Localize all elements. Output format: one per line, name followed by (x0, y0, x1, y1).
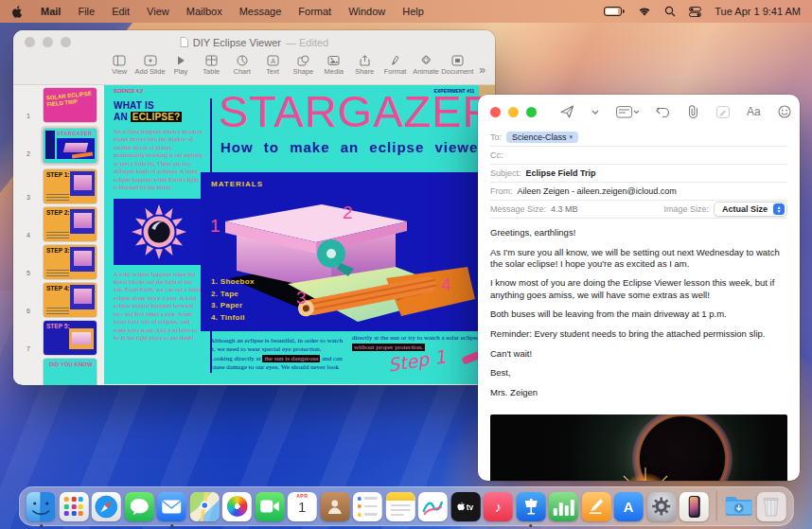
format-brush-icon (390, 55, 400, 66)
cc-field[interactable]: Cc: (490, 147, 787, 165)
dock-notes[interactable] (385, 492, 415, 521)
dock-launchpad[interactable] (59, 492, 88, 521)
undo-button[interactable] (647, 106, 679, 117)
slide-8-thumb[interactable]: DID YOU KNOW (44, 359, 97, 385)
send-button[interactable] (552, 105, 583, 118)
slide-thumbnail-4[interactable]: 4 STEP 2: (13, 207, 104, 241)
share-button[interactable]: Share (349, 55, 380, 76)
slide-1-thumb[interactable]: SOLAR ECLIPSE FIELD TRIP (44, 88, 97, 122)
header-fields-button[interactable] (608, 106, 647, 118)
minimize-button[interactable] (508, 107, 519, 117)
media-button[interactable]: Media (319, 55, 349, 76)
dock-freeform[interactable] (418, 492, 448, 521)
markup-icon (716, 106, 730, 118)
battery-icon[interactable] (604, 7, 625, 16)
keynote-icon (516, 492, 545, 521)
format-button[interactable]: Format (380, 55, 410, 76)
slide-thumbnail-2-selected[interactable]: 2 STARGAZER (13, 126, 104, 166)
search-icon[interactable] (664, 6, 676, 17)
document-button[interactable]: Document (441, 55, 473, 76)
dock-photos[interactable] (222, 492, 252, 521)
slide-thumbnail-6[interactable]: 6 STEP 4: (13, 283, 104, 317)
format-button[interactable]: Aa (738, 105, 769, 118)
add-slide-button[interactable]: Add Slide (134, 55, 165, 76)
dock-apple-tv[interactable]: tv (450, 492, 480, 521)
text-button[interactable]: A Text (257, 55, 288, 76)
dock-contacts[interactable] (320, 492, 349, 521)
view-button[interactable]: View (104, 55, 134, 76)
menu-mailbox[interactable]: Mailbox (178, 6, 231, 17)
slide-thumbnail-7[interactable]: 7 STEP 5: (13, 321, 104, 355)
apple-menu[interactable] (11, 5, 32, 19)
dock-trash[interactable] (756, 492, 786, 521)
shape-button[interactable]: Shape (288, 55, 318, 76)
slide-6-thumb[interactable]: STEP 4: (44, 283, 97, 317)
dock-system-settings[interactable] (646, 492, 676, 521)
play-button[interactable]: Play (166, 55, 196, 76)
dock-facetime[interactable] (255, 492, 284, 521)
dock-app-store[interactable]: A (614, 492, 644, 521)
chart-button[interactable]: Chart (227, 55, 257, 76)
dock-safari[interactable] (92, 492, 121, 521)
control-center-icon[interactable] (689, 7, 701, 17)
dropdown-stepper-icon: ▲▼ (773, 203, 785, 215)
dock-messages[interactable] (124, 492, 153, 521)
slide-thumbnail-8[interactable]: DID YOU KNOW (13, 359, 104, 385)
menu-window[interactable]: Window (340, 6, 394, 17)
send-options-button[interactable] (583, 110, 608, 115)
message-body[interactable]: Greetings, earthlings!As I'm sure you al… (478, 219, 800, 413)
eclipse-photo-attachment[interactable] (490, 414, 787, 481)
freeform-icon (418, 492, 448, 521)
photos-icon (222, 492, 252, 521)
from-field[interactable]: From: Aileen Zeigen - aileen.zeigen@iclo… (490, 183, 787, 201)
menu-mail[interactable]: Mail (32, 6, 69, 17)
pages-icon (581, 492, 610, 521)
dock-pages[interactable] (581, 492, 610, 521)
body-paragraph: I know most of you are doing the Eclipse… (490, 277, 787, 300)
menu-edit[interactable]: Edit (103, 6, 138, 17)
running-indicator (529, 524, 532, 527)
send-icon (560, 105, 574, 118)
dock-separator (715, 491, 716, 521)
image-size-dropdown[interactable]: Actual Size ▲▼ (714, 202, 787, 217)
dock-numbers[interactable] (549, 492, 578, 521)
attach-icon (687, 105, 699, 118)
dock-music[interactable]: ♪ (484, 492, 513, 521)
menu-file[interactable]: File (69, 6, 103, 17)
dock-keynote[interactable] (516, 492, 545, 521)
slide-thumbnail-1[interactable]: 1 SOLAR ECLIPSE FIELD TRIP (13, 88, 104, 122)
dock-maps[interactable] (189, 492, 219, 521)
dock-mail[interactable] (157, 492, 186, 521)
markup-button[interactable] (708, 106, 738, 118)
to-field[interactable]: To: Science-Class ▾ (490, 129, 787, 147)
attach-button[interactable] (679, 105, 708, 118)
dock-finder[interactable] (26, 492, 56, 521)
table-button[interactable]: Table (196, 55, 226, 76)
slide-3-thumb[interactable]: STEP 1: (44, 169, 97, 203)
slide-thumbnail-3[interactable]: 3 STEP 1: (13, 169, 104, 203)
slide-7-thumb[interactable]: STEP 5: (44, 321, 97, 355)
toolbar-overflow-button[interactable]: » (473, 63, 485, 77)
dock-downloads[interactable] (724, 492, 753, 521)
close-button[interactable] (490, 107, 501, 117)
dock-iphone-mirroring[interactable] (680, 492, 709, 521)
animate-button[interactable]: Animate (411, 55, 441, 76)
slide-5-thumb[interactable]: STEP 3: (44, 245, 97, 279)
slide-thumbnail-5[interactable]: 5 STEP 3: (13, 245, 104, 279)
to-recipient-token[interactable]: Science-Class ▾ (506, 132, 578, 143)
menu-format[interactable]: Format (290, 6, 340, 17)
emoji-button[interactable] (769, 105, 800, 118)
subject-field[interactable]: Subject: Eclipse Field Trip (490, 165, 787, 183)
menu-help[interactable]: Help (394, 6, 432, 17)
wifi-icon[interactable] (638, 7, 651, 17)
zoom-button[interactable] (526, 107, 537, 117)
menu-message[interactable]: Message (231, 6, 291, 17)
menu-view[interactable]: View (138, 6, 178, 17)
dock-reminders[interactable] (353, 492, 382, 521)
menu-clock[interactable]: Tue Apr 1 9:41 AM (715, 6, 801, 17)
dock-calendar[interactable]: APR 1 (288, 492, 317, 521)
slide-4-thumb[interactable]: STEP 2: (44, 207, 97, 241)
from-value: Aileen Zeigen - aileen.zeigen@icloud.com (518, 186, 677, 196)
music-note-icon: ♪ (484, 492, 513, 521)
slide-2-thumb[interactable]: STARGAZER (44, 129, 97, 163)
